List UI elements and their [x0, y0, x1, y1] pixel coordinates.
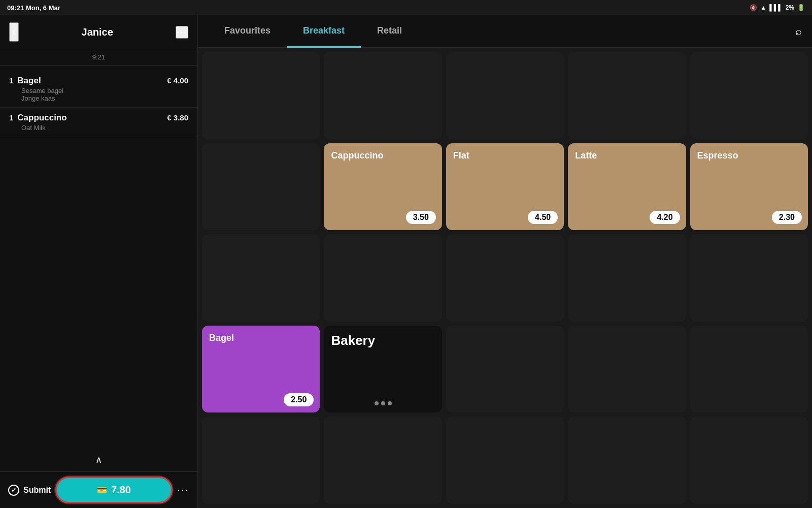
submit-label: Submit [23, 486, 51, 495]
grid-cell-espresso[interactable]: Espresso 2.30 [690, 143, 808, 231]
main-layout: ‹ Janice ··· 9:21 1 Bagel € 4.00 Sesame … [0, 15, 812, 508]
submit-button[interactable]: ✓ Submit [8, 485, 51, 496]
product-price: 2.50 [284, 393, 314, 406]
tab-favourites[interactable]: Favourites [208, 15, 287, 48]
product-name: Bakery [331, 333, 434, 348]
item-price: € 3.80 [167, 113, 188, 122]
mute-icon: 🔇 [750, 4, 757, 11]
card-icon: 💳 [97, 485, 107, 495]
order-title: Janice [82, 26, 113, 38]
dot-icon [388, 401, 392, 405]
item-price: € 4.00 [167, 76, 188, 85]
grid-cell-cappuccino[interactable]: Cappuccino 3.50 [324, 143, 442, 231]
product-price: 4.50 [528, 211, 558, 224]
wifi-icon: ▲ [760, 4, 766, 11]
search-button[interactable]: ⌕ [795, 25, 802, 38]
product-name: Espresso [697, 150, 801, 161]
product-name: Latte [575, 150, 679, 161]
product-name: Cappuccino [331, 150, 434, 161]
item-name: Cappuccino [17, 113, 66, 123]
grid-cell-empty [202, 234, 320, 322]
bakery-dots [375, 401, 392, 405]
grid-cell-empty [568, 234, 686, 322]
battery-icon: 🔋 [797, 4, 805, 11]
grid-cell-empty [568, 417, 686, 504]
tabs-list: Favourites Breakfast Retail [208, 15, 418, 47]
product-name: Flat [453, 150, 557, 161]
tab-retail[interactable]: Retail [361, 15, 418, 48]
grid-cell-empty [690, 52, 808, 139]
item-desc: Sesame bagelJonge kaas [9, 87, 188, 102]
bottom-bar: ✓ Submit 💳 7.80 ··· [0, 471, 197, 508]
item-name: Bagel [17, 76, 41, 86]
grid-cell-empty [690, 417, 808, 504]
grid-cell-empty [446, 417, 564, 504]
grid-cell-flat[interactable]: Flat 4.50 [446, 143, 564, 231]
order-items-list: 1 Bagel € 4.00 Sesame bagelJonge kaas 1 … [0, 66, 197, 448]
header-more-button[interactable]: ··· [176, 26, 188, 39]
status-right: 🔇 ▲ ▌▌▌ 2% 🔋 [750, 4, 805, 11]
grid-cell-empty [690, 234, 808, 322]
total-button[interactable]: 💳 7.80 [57, 478, 171, 502]
grid-cell-bagel[interactable]: Bagel 2.50 [202, 326, 320, 413]
grid-cell-empty [324, 234, 442, 322]
dot-icon [375, 401, 379, 405]
status-bar: 09:21 Mon, 6 Mar 🔇 ▲ ▌▌▌ 2% 🔋 [0, 0, 812, 15]
status-time: 09:21 Mon, 6 Mar [7, 4, 60, 12]
grid-cell-empty [202, 417, 320, 504]
right-panel: Favourites Breakfast Retail ⌕ Cappuccino… [198, 15, 812, 508]
bottom-more-button[interactable]: ··· [177, 484, 189, 497]
back-button[interactable]: ‹ [9, 22, 19, 42]
grid-cell-bakery[interactable]: Bakery [324, 326, 442, 413]
signal-icon: ▌▌▌ [769, 4, 783, 11]
tab-breakfast[interactable]: Breakfast [287, 15, 361, 48]
product-name: Bagel [209, 333, 313, 343]
total-amount: 7.80 [111, 484, 131, 496]
order-item[interactable]: 1 Bagel € 4.00 Sesame bagelJonge kaas [0, 71, 197, 108]
dot-icon [381, 401, 385, 405]
grid-cell-empty [202, 52, 320, 139]
order-time: 9:21 [0, 49, 197, 66]
collapse-section: ∧ [0, 448, 197, 471]
product-price: 4.20 [650, 211, 680, 224]
product-price: 2.30 [772, 211, 802, 224]
item-qty: 1 [9, 76, 13, 85]
grid-cell-latte[interactable]: Latte 4.20 [568, 143, 686, 231]
order-item[interactable]: 1 Cappuccino € 3.80 Oat Milk [0, 108, 197, 137]
left-panel: ‹ Janice ··· 9:21 1 Bagel € 4.00 Sesame … [0, 15, 198, 508]
check-icon: ✓ [8, 485, 19, 496]
grid-cell-empty [690, 326, 808, 413]
chevron-up-icon[interactable]: ∧ [95, 455, 102, 465]
product-grid: Cappuccino 3.50 Flat 4.50 Latte 4.20 Esp… [198, 48, 812, 508]
tabs-header: Favourites Breakfast Retail ⌕ [198, 15, 812, 48]
battery-pct: 2% [786, 4, 794, 11]
grid-cell-empty [568, 52, 686, 139]
grid-cell-empty [446, 234, 564, 322]
grid-cell-empty [202, 143, 320, 231]
grid-cell-empty [324, 417, 442, 504]
grid-cell-empty [324, 52, 442, 139]
item-desc: Oat Milk [9, 124, 188, 132]
item-qty: 1 [9, 113, 13, 122]
grid-cell-empty [568, 326, 686, 413]
product-price: 3.50 [406, 211, 436, 224]
grid-cell-empty [446, 326, 564, 413]
order-header: ‹ Janice ··· [0, 15, 197, 49]
grid-cell-empty [446, 52, 564, 139]
